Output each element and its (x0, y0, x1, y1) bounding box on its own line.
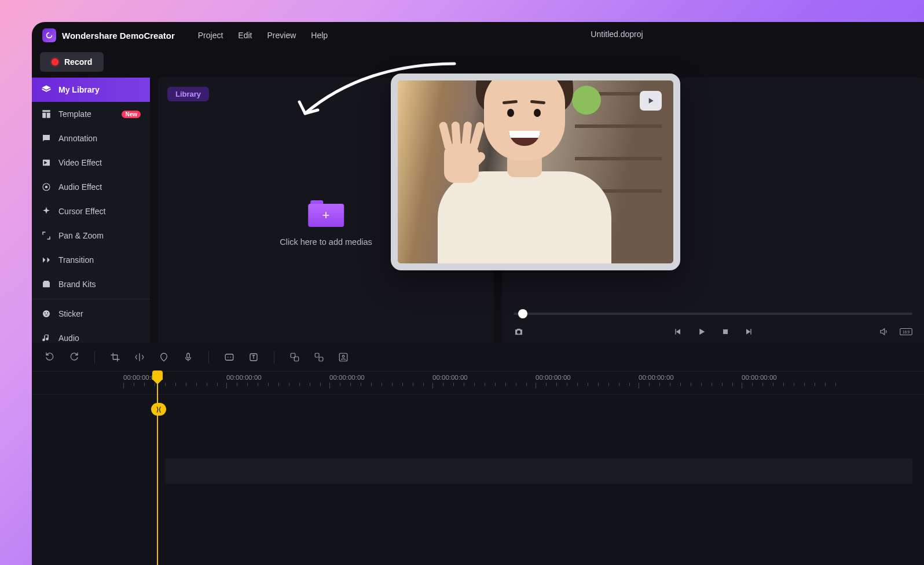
svg-point-18 (342, 355, 344, 357)
menu-preview[interactable]: Preview (267, 31, 296, 40)
sidebar: My Library Template New Annotation Video… (32, 78, 150, 347)
project-title: Untitled.doproj (591, 30, 643, 39)
timecode-label: 00:00:00:00 (432, 374, 468, 381)
volume-icon[interactable] (879, 326, 889, 337)
sidebar-item-label: Template (58, 109, 91, 119)
caption-icon[interactable] (224, 352, 234, 362)
sidebar-item-label: Audio Effect (58, 182, 102, 192)
new-badge: New (122, 111, 141, 118)
aspect-ratio-icon[interactable]: 16:9 (900, 328, 912, 336)
main-menu: Project Edit Preview Help (198, 31, 328, 40)
timecode-label: 00:00:00:00 (329, 374, 365, 381)
menu-project[interactable]: Project (198, 31, 223, 40)
timecode-label: 00:00:00:00 (639, 374, 674, 381)
svg-rect-5 (723, 329, 728, 334)
sidebar-item-label: Sticker (58, 309, 83, 318)
timeline-tracks[interactable] (32, 395, 924, 545)
sticker-icon (41, 309, 52, 319)
ungroup-icon[interactable] (314, 352, 324, 362)
sidebar-item-pan-zoom[interactable]: Pan & Zoom (32, 223, 150, 248)
sidebar-item-label: Cursor Effect (58, 207, 105, 216)
sidebar-item-label: My Library (58, 85, 100, 94)
app-logo-icon (42, 28, 56, 42)
sidebar-item-label: Audio (58, 333, 79, 343)
sidebar-item-audio-effect[interactable]: Audio Effect (32, 175, 150, 199)
svg-text:16:9: 16:9 (903, 330, 910, 334)
play-overlay-icon[interactable] (640, 91, 662, 111)
brand-title: Wondershare DemoCreator (62, 31, 175, 41)
mic-icon[interactable] (183, 352, 193, 362)
menu-help[interactable]: Help (311, 31, 328, 40)
svg-rect-8 (187, 353, 190, 358)
record-button[interactable]: Record (40, 52, 104, 72)
prev-frame-icon[interactable] (673, 327, 683, 336)
library-tab[interactable]: Library (167, 87, 209, 101)
marker-icon[interactable] (159, 352, 169, 362)
sidebar-item-label: Video Effect (58, 158, 102, 167)
snapshot-icon[interactable] (514, 326, 524, 337)
playback-scrubber[interactable] (514, 313, 912, 315)
brand-kits-icon (41, 279, 52, 289)
timeline-toolbar (32, 343, 924, 372)
sidebar-item-sticker[interactable]: Sticker (32, 302, 150, 326)
crop-icon[interactable] (110, 352, 120, 362)
svg-point-11 (230, 357, 232, 358)
svg-point-0 (45, 186, 48, 189)
menu-edit[interactable]: Edit (238, 31, 252, 40)
video-effect-icon (41, 157, 52, 168)
timecode-label: 00:00:00:00 (536, 374, 571, 381)
transport-controls: 16:9 (514, 323, 912, 340)
person-box-icon[interactable] (338, 352, 349, 362)
svg-point-4 (47, 313, 48, 314)
sidebar-item-cursor-effect[interactable]: Cursor Effect (32, 199, 150, 223)
play-icon[interactable] (696, 326, 707, 337)
sidebar-item-template[interactable]: Template New (32, 102, 150, 126)
svg-rect-15 (315, 353, 319, 357)
sidebar-separator (32, 299, 150, 299)
playhead[interactable] (157, 372, 158, 565)
add-media-dropzone[interactable]: + Click here to add medias (280, 200, 372, 247)
sidebar-item-annotation[interactable]: Annotation (32, 126, 150, 151)
sidebar-item-brand-kits[interactable]: Brand Kits (32, 272, 150, 296)
redo-icon[interactable] (69, 352, 79, 362)
sidebar-item-label: Transition (58, 255, 94, 265)
drop-hint: Click here to add medias (280, 237, 372, 247)
stop-icon[interactable] (721, 327, 730, 336)
toolbar-separator (274, 351, 274, 364)
folder-plus-icon: + (308, 200, 344, 227)
undo-icon[interactable] (45, 352, 55, 362)
svg-point-3 (45, 313, 46, 314)
sidebar-item-video-effect[interactable]: Video Effect (32, 151, 150, 175)
scrubber-handle[interactable] (518, 309, 527, 318)
video-scene-illustration (398, 80, 673, 263)
timeline-section: 00:00:00:0000:00:00:0000:00:00:0000:00:0… (32, 343, 924, 565)
svg-rect-9 (225, 354, 233, 360)
timecode-label: 00:00:00:00 (226, 374, 262, 381)
group-icon[interactable] (289, 352, 300, 362)
split-marker-icon[interactable]: ⟩⟨ (151, 403, 166, 416)
timeline-track[interactable] (165, 458, 912, 484)
timeline-ruler[interactable]: 00:00:00:0000:00:00:0000:00:00:0000:00:0… (32, 372, 924, 395)
sidebar-item-label: Brand Kits (58, 280, 96, 289)
text-box-icon[interactable] (248, 352, 259, 362)
floating-video-preview (391, 74, 680, 270)
next-frame-icon[interactable] (744, 327, 753, 336)
sidebar-item-label: Pan & Zoom (58, 231, 104, 240)
transition-icon (41, 255, 52, 265)
toolbar-separator (94, 351, 95, 364)
annotation-icon (41, 133, 52, 144)
svg-rect-16 (319, 357, 323, 361)
titlebar: Wondershare DemoCreator Project Edit Pre… (32, 22, 924, 49)
split-icon[interactable] (134, 352, 145, 362)
sidebar-item-label: Annotation (58, 134, 97, 143)
sidebar-item-my-library[interactable]: My Library (32, 78, 150, 102)
svg-point-10 (228, 357, 229, 358)
sidebar-item-transition[interactable]: Transition (32, 248, 150, 272)
audio-effect-icon (41, 182, 52, 192)
pan-zoom-icon (41, 230, 52, 241)
record-dot-icon (52, 58, 58, 65)
layers-icon (41, 85, 52, 95)
cursor-effect-icon (41, 206, 52, 217)
audio-icon (41, 333, 52, 343)
template-icon (41, 109, 52, 119)
